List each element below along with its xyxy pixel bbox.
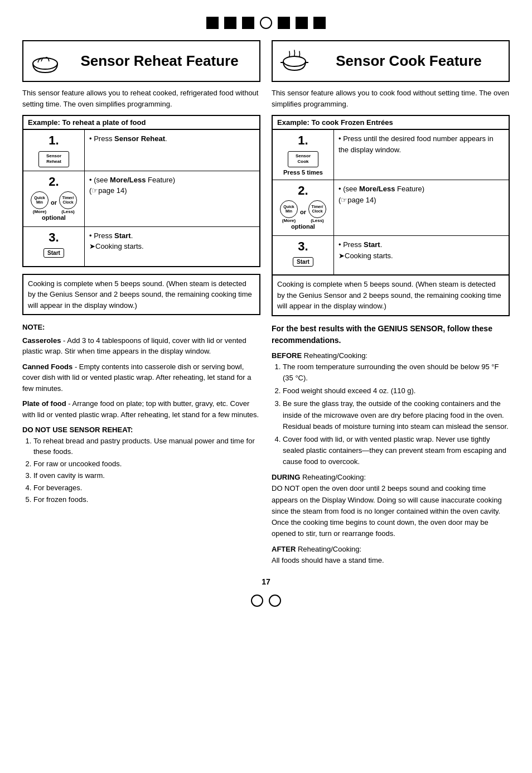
do-not-item-1: To reheat bread and pastry products. Use… xyxy=(33,436,260,457)
cook-timer-clock-button[interactable]: Timer/ Clock xyxy=(308,200,326,218)
cook-less-label: (Less) xyxy=(311,218,324,223)
or-label-2: or xyxy=(300,209,306,215)
canned-paragraph: Canned Foods - Empty contents into casse… xyxy=(22,361,260,394)
recommendations: For the best results with the GENIUS SEN… xyxy=(272,323,510,567)
cook-row-1-num: 1. SensorCook Press 5 times xyxy=(273,130,334,180)
bottom-circle-1 xyxy=(251,595,263,607)
cook-row-3-text: • Press Start. ➤Cooking starts. xyxy=(334,236,509,274)
during-text: Reheating/Cooking: xyxy=(300,473,366,481)
reheat-buttons: Quick Min (More) or Timer/ Clock (Less) xyxy=(31,191,77,214)
do-not-list: To reheat bread and pastry products. Use… xyxy=(33,436,260,505)
reheat-optional-1: optional xyxy=(28,214,80,221)
right-column: Sensor Cook Feature This sensor feature … xyxy=(272,40,510,566)
cook-more-label: (More) xyxy=(282,218,296,223)
before-item-3: Be sure the glass tray, the outside of t… xyxy=(283,398,510,432)
after-title: AFTER xyxy=(272,545,296,553)
do-not-item-5: For frozen foods. xyxy=(33,494,260,505)
less-label: (Less) xyxy=(61,209,75,214)
cook-start-button[interactable]: Start xyxy=(293,257,313,267)
reheat-row-3-num: 3. Start xyxy=(23,227,85,266)
sensor-reheat-button[interactable]: SensorReheat xyxy=(38,151,69,167)
do-not-item-3: If oven cavity is warm. xyxy=(33,470,260,481)
reheat-row-1-num: 1. SensorReheat xyxy=(23,130,85,171)
cook-quick-min-button[interactable]: Quick Min xyxy=(280,200,298,218)
rec-title: For the best results with the GENIUS SEN… xyxy=(272,323,510,347)
print-marks-bottom xyxy=(22,595,510,607)
cook-optional: optional xyxy=(277,223,329,230)
cook-row-1: 1. SensorCook Press 5 times • Press unti… xyxy=(273,130,509,180)
or-label-1: or xyxy=(51,199,57,206)
bottom-circle-2 xyxy=(269,595,281,607)
cook-icon xyxy=(279,46,310,76)
do-not-item-2: For raw or uncooked foods. xyxy=(33,458,260,470)
print-mark-1 xyxy=(206,17,219,29)
print-marks-top xyxy=(22,17,510,29)
svg-point-1 xyxy=(283,56,306,66)
after-paragraph: All foods should have a stand time. xyxy=(272,555,510,566)
note-title: NOTE: xyxy=(22,322,260,333)
cook-row-3-num: 3. Start xyxy=(273,236,334,274)
reheat-example-header: Example: To reheat a plate of food xyxy=(23,116,259,130)
reheat-cooking-complete: Cooking is complete when 5 beeps sound. … xyxy=(22,274,260,316)
left-column: Sensor Reheat Feature This sensor featur… xyxy=(22,40,260,566)
timer-clock-button[interactable]: Timer/ Clock xyxy=(59,191,77,209)
before-text: Reheating/Cooking: xyxy=(302,351,367,360)
print-mark-6 xyxy=(296,17,308,29)
sensor-cook-button[interactable]: SensorCook xyxy=(288,151,318,167)
svg-point-0 xyxy=(33,58,57,69)
cook-example-header: Example: To cook Frozen Entrées xyxy=(273,116,509,130)
before-item-1: The room temperature surrounding the ove… xyxy=(283,361,510,384)
reheat-row-3-text: • Press Start. ➤Cooking starts. xyxy=(85,227,259,266)
canned-title: Canned Foods xyxy=(22,363,72,371)
during-title: DURING xyxy=(272,473,300,481)
cook-row-1-text: • Press until the desired food number ap… xyxy=(334,130,509,180)
cook-quick-min-group: Quick Min (More) xyxy=(280,200,298,223)
press-5-times: Press 5 times xyxy=(283,169,323,176)
casseroles-title: Casseroles xyxy=(22,336,61,345)
reheat-icon xyxy=(30,46,61,76)
cook-row-3: 3. Start • Press Start. ➤Cooking starts. xyxy=(273,236,509,275)
cook-example-table: Example: To cook Frozen Entrées 1. Senso… xyxy=(272,115,510,316)
reheat-intro: This sensor feature allows you to reheat… xyxy=(22,88,260,109)
casseroles-paragraph: Casseroles - Add 3 to 4 tablespoons of l… xyxy=(22,335,260,357)
before-item-4: Cover food with lid, or with vented plas… xyxy=(283,434,510,467)
reheat-row-2-num: 2. Quick Min (More) or Timer/ xyxy=(23,171,85,226)
reheat-header: Sensor Reheat Feature xyxy=(22,40,260,82)
print-mark-5 xyxy=(278,17,290,29)
before-header: BEFORE Reheating/Cooking: xyxy=(272,350,510,361)
cook-row-2-text: • (see More/Less Feature) (☞page 14) xyxy=(334,180,509,235)
cook-timer-clock-group: Timer/ Clock (Less) xyxy=(308,200,326,223)
cook-buttons: Quick Min (More) or Timer/ Clock (Less) xyxy=(280,200,326,223)
timer-clock-group: Timer/ Clock (Less) xyxy=(59,191,77,214)
reheat-example-table: Example: To reheat a plate of food 1. Se… xyxy=(22,115,260,267)
cook-title: Sensor Cook Feature xyxy=(316,52,502,70)
reheat-title: Sensor Reheat Feature xyxy=(66,52,253,70)
during-header: DURING Reheating/Cooking: xyxy=(272,472,510,483)
print-mark-circle xyxy=(260,17,272,29)
reheat-row-2: 2. Quick Min (More) or Timer/ xyxy=(23,171,259,227)
print-mark-2 xyxy=(224,17,236,29)
reheat-row-2-text: • (see More/Less Feature) (☞page 14) xyxy=(85,171,259,226)
quick-min-button[interactable]: Quick Min xyxy=(31,191,49,209)
do-not-title: DO NOT USE SENSOR REHEAT: xyxy=(22,424,260,436)
note-section: NOTE: Casseroles - Add 3 to 4 tablespoon… xyxy=(22,322,260,505)
after-header: AFTER Reheating/Cooking: xyxy=(272,544,510,555)
print-mark-3 xyxy=(242,17,254,29)
before-item-2: Food weight should exceed 4 oz. (110 g). xyxy=(283,385,510,397)
print-mark-7 xyxy=(313,17,326,29)
reheat-start-button[interactable]: Start xyxy=(43,248,64,258)
before-list: The room temperature surrounding the ove… xyxy=(283,361,510,467)
cook-cooking-complete: Cooking is complete when 5 beeps sound. … xyxy=(273,275,509,315)
reheat-row-1-text: • Press Sensor Reheat. xyxy=(85,130,259,171)
during-paragraph: DO NOT open the oven door until 2 beeps … xyxy=(272,483,510,539)
cook-header: Sensor Cook Feature xyxy=(272,40,510,82)
plate-paragraph: Plate of food - Arrange food on plate; t… xyxy=(22,398,260,420)
cook-row-2: 2. Quick Min (More) or Timer/ xyxy=(273,180,509,236)
page-number: 17 xyxy=(22,577,510,586)
before-title: BEFORE xyxy=(272,351,302,360)
plate-title: Plate of food xyxy=(22,399,66,408)
reheat-row-1: 1. SensorReheat • Press Sensor Reheat. xyxy=(23,130,259,171)
cook-intro: This sensor feature allows you to cook f… xyxy=(272,88,510,109)
after-text: Reheating/Cooking: xyxy=(296,545,361,553)
quick-min-group: Quick Min (More) xyxy=(31,191,49,214)
